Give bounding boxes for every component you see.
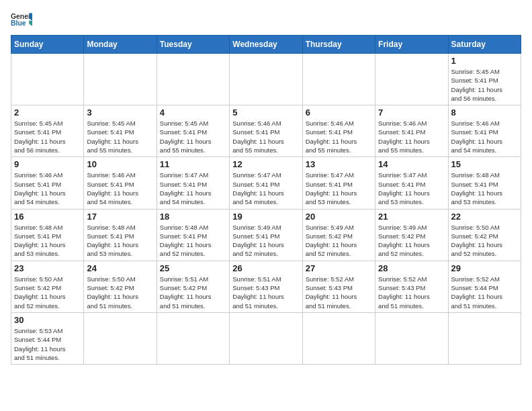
logo: General Blue: [11, 11, 32, 30]
day-number: 21: [378, 212, 445, 222]
day-cell: [230, 54, 302, 105]
week-row-4: 23Sunrise: 5:50 AM Sunset: 5:42 PM Dayli…: [11, 261, 521, 312]
day-info: Sunrise: 5:52 AM Sunset: 5:43 PM Dayligh…: [306, 275, 372, 310]
day-cell: [302, 312, 375, 364]
day-info: Sunrise: 5:48 AM Sunset: 5:41 PM Dayligh…: [14, 223, 81, 259]
day-number: 15: [451, 159, 518, 169]
day-cell: 27Sunrise: 5:52 AM Sunset: 5:43 PM Dayli…: [302, 261, 375, 312]
week-row-1: 2Sunrise: 5:45 AM Sunset: 5:41 PM Daylig…: [11, 105, 521, 157]
day-cell: 20Sunrise: 5:49 AM Sunset: 5:42 PM Dayli…: [302, 209, 375, 261]
day-number: 18: [160, 212, 226, 222]
day-info: Sunrise: 5:53 AM Sunset: 5:44 PM Dayligh…: [14, 326, 81, 362]
day-cell: 8Sunrise: 5:46 AM Sunset: 5:41 PM Daylig…: [448, 105, 521, 157]
day-info: Sunrise: 5:46 AM Sunset: 5:41 PM Dayligh…: [306, 119, 372, 154]
svg-text:Blue: Blue: [11, 19, 26, 27]
week-row-5: 30Sunrise: 5:53 AM Sunset: 5:44 PM Dayli…: [11, 312, 521, 364]
day-info: Sunrise: 5:49 AM Sunset: 5:42 PM Dayligh…: [378, 223, 445, 259]
day-cell: 18Sunrise: 5:48 AM Sunset: 5:41 PM Dayli…: [157, 209, 229, 261]
day-number: 7: [378, 107, 445, 118]
day-cell: 5Sunrise: 5:46 AM Sunset: 5:41 PM Daylig…: [230, 105, 302, 157]
day-cell: [157, 54, 229, 105]
header-cell-monday: Monday: [84, 36, 157, 54]
day-number: 25: [160, 263, 226, 273]
day-cell: 24Sunrise: 5:50 AM Sunset: 5:42 PM Dayli…: [84, 261, 157, 312]
day-cell: [157, 312, 229, 364]
day-cell: 4Sunrise: 5:45 AM Sunset: 5:41 PM Daylig…: [157, 105, 229, 157]
day-cell: [11, 54, 84, 105]
header-cell-friday: Friday: [375, 36, 448, 54]
day-info: Sunrise: 5:47 AM Sunset: 5:41 PM Dayligh…: [232, 171, 299, 206]
day-cell: 13Sunrise: 5:47 AM Sunset: 5:41 PM Dayli…: [302, 157, 375, 209]
day-cell: [302, 54, 375, 105]
header-cell-sunday: Sunday: [11, 36, 84, 54]
week-row-3: 16Sunrise: 5:48 AM Sunset: 5:41 PM Dayli…: [11, 209, 521, 261]
day-number: 17: [87, 212, 153, 222]
day-cell: 30Sunrise: 5:53 AM Sunset: 5:44 PM Dayli…: [11, 312, 84, 364]
day-cell: 2Sunrise: 5:45 AM Sunset: 5:41 PM Daylig…: [11, 105, 84, 157]
day-number: 23: [14, 263, 81, 273]
day-info: Sunrise: 5:45 AM Sunset: 5:41 PM Dayligh…: [14, 119, 81, 154]
day-number: 3: [87, 107, 153, 118]
day-cell: [230, 312, 302, 364]
day-number: 11: [160, 159, 226, 169]
day-cell: 21Sunrise: 5:49 AM Sunset: 5:42 PM Dayli…: [375, 209, 448, 261]
day-number: 13: [306, 159, 372, 169]
day-cell: 10Sunrise: 5:46 AM Sunset: 5:41 PM Dayli…: [84, 157, 157, 209]
day-number: 4: [160, 107, 226, 118]
day-cell: 22Sunrise: 5:50 AM Sunset: 5:42 PM Dayli…: [448, 209, 521, 261]
day-number: 20: [306, 212, 372, 222]
day-number: 5: [232, 107, 299, 118]
day-cell: 17Sunrise: 5:48 AM Sunset: 5:41 PM Dayli…: [84, 209, 157, 261]
day-info: Sunrise: 5:47 AM Sunset: 5:41 PM Dayligh…: [160, 171, 226, 206]
day-number: 2: [14, 107, 81, 118]
day-cell: [84, 312, 157, 364]
day-cell: 26Sunrise: 5:51 AM Sunset: 5:43 PM Dayli…: [230, 261, 302, 312]
day-info: Sunrise: 5:46 AM Sunset: 5:41 PM Dayligh…: [378, 119, 445, 154]
day-cell: [448, 312, 521, 364]
day-cell: 3Sunrise: 5:45 AM Sunset: 5:41 PM Daylig…: [84, 105, 157, 157]
day-info: Sunrise: 5:50 AM Sunset: 5:42 PM Dayligh…: [451, 223, 518, 259]
page-header: General Blue: [11, 11, 521, 30]
day-info: Sunrise: 5:45 AM Sunset: 5:41 PM Dayligh…: [160, 119, 226, 154]
day-info: Sunrise: 5:50 AM Sunset: 5:42 PM Dayligh…: [14, 275, 81, 310]
day-cell: 23Sunrise: 5:50 AM Sunset: 5:42 PM Dayli…: [11, 261, 84, 312]
day-cell: 28Sunrise: 5:52 AM Sunset: 5:43 PM Dayli…: [375, 261, 448, 312]
day-number: 6: [306, 107, 372, 118]
logo-icon: General Blue: [11, 11, 32, 30]
week-row-2: 9Sunrise: 5:46 AM Sunset: 5:41 PM Daylig…: [11, 157, 521, 209]
day-cell: [375, 54, 448, 105]
day-info: Sunrise: 5:46 AM Sunset: 5:41 PM Dayligh…: [451, 119, 518, 154]
day-number: 27: [306, 263, 372, 273]
header-cell-saturday: Saturday: [448, 36, 521, 54]
day-number: 1: [451, 56, 518, 66]
day-info: Sunrise: 5:47 AM Sunset: 5:41 PM Dayligh…: [378, 171, 445, 206]
day-info: Sunrise: 5:52 AM Sunset: 5:43 PM Dayligh…: [378, 275, 445, 310]
day-info: Sunrise: 5:52 AM Sunset: 5:44 PM Dayligh…: [451, 275, 518, 310]
day-info: Sunrise: 5:48 AM Sunset: 5:41 PM Dayligh…: [160, 223, 226, 259]
day-info: Sunrise: 5:47 AM Sunset: 5:41 PM Dayligh…: [306, 171, 372, 206]
day-cell: 29Sunrise: 5:52 AM Sunset: 5:44 PM Dayli…: [448, 261, 521, 312]
day-cell: 15Sunrise: 5:48 AM Sunset: 5:41 PM Dayli…: [448, 157, 521, 209]
day-number: 28: [378, 263, 445, 273]
day-number: 9: [14, 159, 81, 169]
day-info: Sunrise: 5:45 AM Sunset: 5:41 PM Dayligh…: [451, 67, 518, 103]
day-cell: 7Sunrise: 5:46 AM Sunset: 5:41 PM Daylig…: [375, 105, 448, 157]
day-number: 16: [14, 212, 81, 222]
day-cell: [84, 54, 157, 105]
day-number: 26: [232, 263, 299, 273]
day-number: 24: [87, 263, 153, 273]
day-info: Sunrise: 5:51 AM Sunset: 5:43 PM Dayligh…: [232, 275, 299, 310]
day-cell: 1Sunrise: 5:45 AM Sunset: 5:41 PM Daylig…: [448, 54, 521, 105]
day-info: Sunrise: 5:46 AM Sunset: 5:41 PM Dayligh…: [232, 119, 299, 154]
day-info: Sunrise: 5:45 AM Sunset: 5:41 PM Dayligh…: [87, 119, 153, 154]
day-cell: 9Sunrise: 5:46 AM Sunset: 5:41 PM Daylig…: [11, 157, 84, 209]
day-cell: 11Sunrise: 5:47 AM Sunset: 5:41 PM Dayli…: [157, 157, 229, 209]
header-cell-wednesday: Wednesday: [230, 36, 302, 54]
day-info: Sunrise: 5:51 AM Sunset: 5:42 PM Dayligh…: [160, 275, 226, 310]
day-info: Sunrise: 5:46 AM Sunset: 5:41 PM Dayligh…: [87, 171, 153, 206]
day-number: 30: [14, 315, 81, 325]
day-info: Sunrise: 5:46 AM Sunset: 5:41 PM Dayligh…: [14, 171, 81, 206]
day-info: Sunrise: 5:49 AM Sunset: 5:42 PM Dayligh…: [306, 223, 372, 259]
day-number: 8: [451, 107, 518, 118]
header-cell-tuesday: Tuesday: [157, 36, 229, 54]
